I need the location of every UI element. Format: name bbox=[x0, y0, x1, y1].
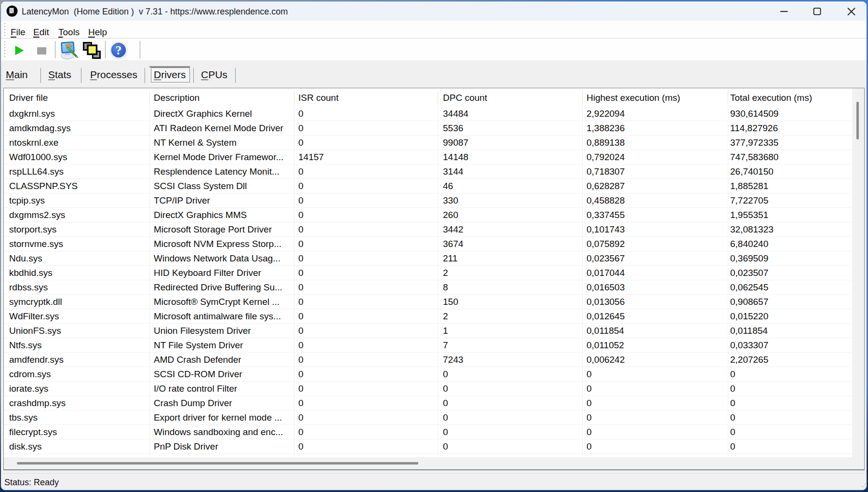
svg-text:?: ? bbox=[116, 44, 122, 57]
